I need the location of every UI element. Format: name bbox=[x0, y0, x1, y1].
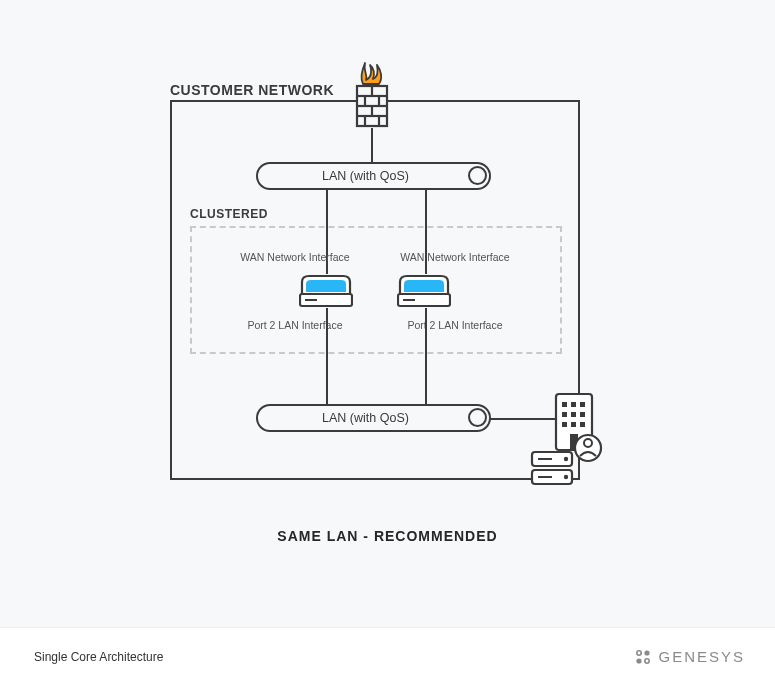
svg-point-35 bbox=[637, 658, 642, 663]
wan-label-node-a: WAN Network Interface bbox=[220, 251, 370, 263]
svg-point-34 bbox=[645, 650, 650, 655]
connector-node-b-to-lan bbox=[425, 308, 427, 406]
svg-rect-20 bbox=[580, 412, 585, 417]
appliance-node-a-icon bbox=[299, 274, 353, 308]
lan-bus-top: LAN (with QoS) bbox=[256, 162, 491, 190]
svg-rect-19 bbox=[571, 412, 576, 417]
svg-rect-18 bbox=[562, 412, 567, 417]
wan-label-node-b: WAN Network Interface bbox=[380, 251, 530, 263]
connector-firewall-to-lan bbox=[371, 128, 373, 164]
lan-top-label: LAN (with QoS) bbox=[322, 169, 409, 183]
site-icons bbox=[530, 390, 605, 490]
brand-logo: GENESYS bbox=[634, 648, 745, 666]
svg-rect-17 bbox=[580, 402, 585, 407]
svg-point-36 bbox=[645, 658, 649, 662]
port-label-node-b: Port 2 LAN Interface bbox=[380, 319, 530, 331]
diagram-canvas: CUSTOMER NETWORK LAN (with QoS) bbox=[0, 0, 775, 685]
lan-bus-bottom: LAN (with QoS) bbox=[256, 404, 491, 432]
lan-bus-end-icon bbox=[468, 166, 487, 185]
svg-rect-15 bbox=[562, 402, 567, 407]
firewall-icon bbox=[350, 60, 394, 130]
lan-bottom-label: LAN (with QoS) bbox=[322, 411, 409, 425]
page-title: Single Core Architecture bbox=[34, 650, 163, 664]
footer-bar: Single Core Architecture GENESYS bbox=[0, 627, 775, 685]
port-label-node-a: Port 2 LAN Interface bbox=[220, 319, 370, 331]
customer-network-label: CUSTOMER NETWORK bbox=[170, 82, 334, 98]
genesys-mark-icon bbox=[634, 648, 652, 666]
svg-point-33 bbox=[637, 650, 641, 654]
svg-point-31 bbox=[564, 475, 568, 479]
connector-node-a-to-lan bbox=[326, 308, 328, 406]
svg-rect-21 bbox=[562, 422, 567, 427]
svg-point-28 bbox=[564, 457, 568, 461]
clustered-label: CLUSTERED bbox=[190, 207, 268, 221]
lan-bus-end-icon bbox=[468, 408, 487, 427]
svg-rect-23 bbox=[580, 422, 585, 427]
appliance-node-b-icon bbox=[397, 274, 451, 308]
brand-text: GENESYS bbox=[658, 648, 745, 665]
diagram-caption: SAME LAN - RECOMMENDED bbox=[0, 528, 775, 544]
svg-rect-22 bbox=[571, 422, 576, 427]
clustered-box bbox=[190, 226, 562, 354]
svg-rect-16 bbox=[571, 402, 576, 407]
